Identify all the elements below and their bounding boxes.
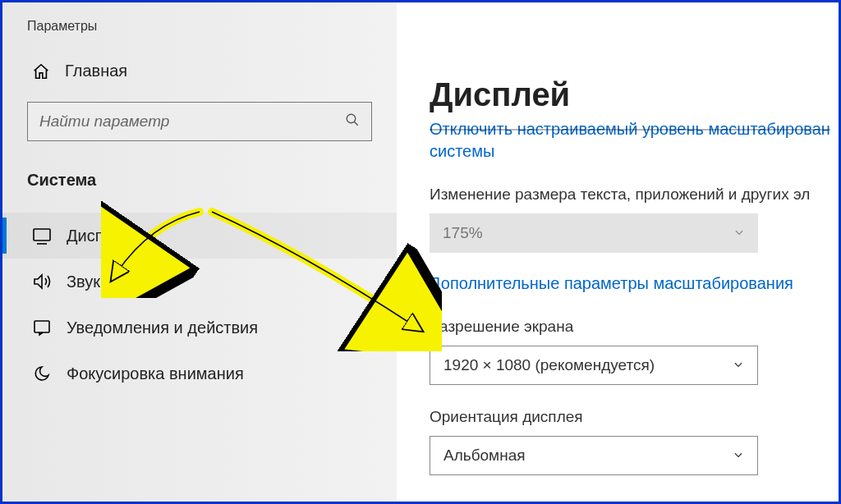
- main-panel: Дисплей Отключить настраиваемый уровень …: [397, 2, 839, 502]
- home-nav[interactable]: Главная: [2, 50, 397, 102]
- sidebar-item-sound[interactable]: Звук: [2, 259, 397, 305]
- svg-point-0: [347, 114, 356, 123]
- svg-rect-2: [34, 229, 50, 241]
- monitor-icon: [32, 226, 52, 245]
- link-advanced-scaling[interactable]: Дополнительные параметры масштабирования: [430, 273, 839, 295]
- resolution-value: 1920 × 1080 (рекомендуется): [443, 356, 655, 374]
- home-icon: [32, 62, 50, 80]
- link-disable-custom-scaling-line2[interactable]: системы: [430, 140, 839, 163]
- search-icon: [345, 112, 360, 131]
- sidebar-item-notifications[interactable]: Уведомления и действия: [2, 305, 397, 351]
- sidebar-item-label: Уведомления и действия: [67, 318, 258, 337]
- label-text-size: Изменение размера текста, приложений и д…: [430, 186, 839, 204]
- home-label: Главная: [65, 62, 127, 80]
- link-disable-custom-scaling[interactable]: Отключить настраиваемый уровень масштаби…: [430, 118, 839, 140]
- sidebar-item-label: Дисплей: [67, 227, 132, 245]
- sound-icon: [32, 272, 52, 291]
- resolution-dropdown[interactable]: 1920 × 1080 (рекомендуется): [430, 346, 758, 385]
- sidebar-item-label: Фокусировка внимания: [67, 364, 244, 383]
- search-input[interactable]: [39, 112, 345, 131]
- notifications-icon: [32, 318, 52, 337]
- scale-dropdown[interactable]: 175%: [430, 213, 758, 253]
- orientation-value: Альбомная: [443, 447, 526, 465]
- scale-value: 175%: [443, 224, 483, 242]
- label-orientation: Ориентация дисплея: [430, 408, 839, 426]
- svg-rect-4: [34, 321, 49, 332]
- focus-icon: [32, 364, 52, 383]
- chevron-down-icon: [733, 224, 745, 242]
- category-label: Система: [2, 166, 397, 213]
- search-input-container[interactable]: [27, 102, 372, 141]
- chevron-down-icon: [733, 447, 744, 465]
- sidebar-item-display[interactable]: Дисплей: [2, 213, 397, 259]
- settings-sidebar: Параметры Главная Система: [2, 2, 397, 502]
- page-title: Дисплей: [430, 76, 839, 113]
- chevron-down-icon: [733, 356, 744, 374]
- sidebar-item-focus[interactable]: Фокусировка внимания: [2, 351, 397, 396]
- window-title: Параметры: [2, 9, 397, 50]
- orientation-dropdown[interactable]: Альбомная: [430, 436, 758, 475]
- sidebar-item-label: Звук: [67, 273, 100, 291]
- label-resolution: Разрешение экрана: [430, 318, 839, 336]
- svg-line-1: [354, 121, 358, 126]
